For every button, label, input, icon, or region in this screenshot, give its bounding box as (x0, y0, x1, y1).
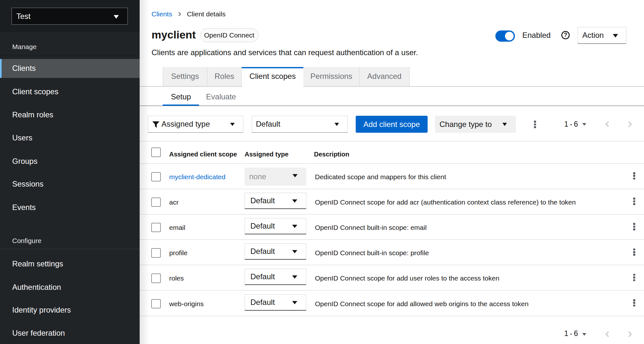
svg-text:?: ? (564, 32, 567, 38)
